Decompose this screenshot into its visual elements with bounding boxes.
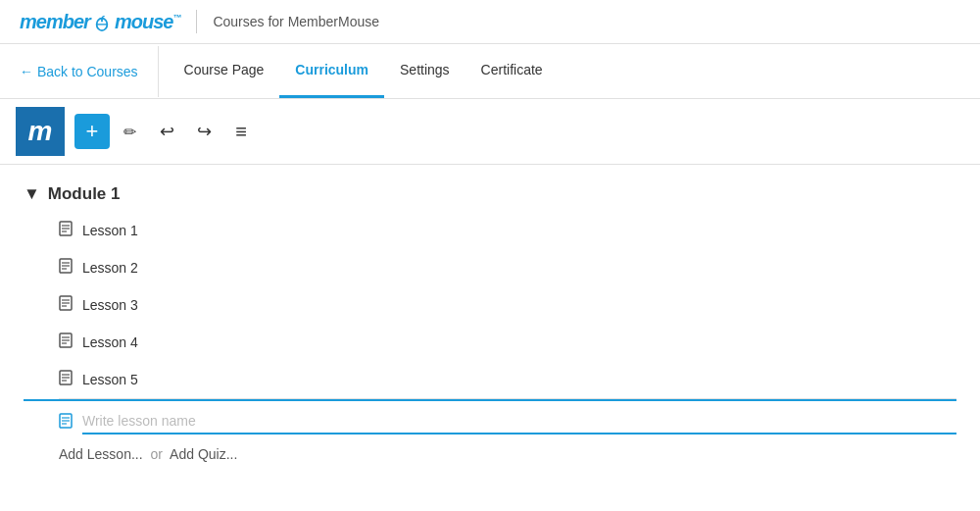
lesson-doc-icon — [59, 295, 73, 314]
list-item[interactable]: Lesson 1 — [59, 212, 956, 249]
module-collapse-arrow: ▼ — [24, 184, 40, 204]
content-area: ▼ Module 1 Lesson 1 — [0, 165, 980, 482]
svg-line-3 — [102, 16, 105, 18]
header: member mouse™ Courses for MemberMouse — [0, 0, 980, 44]
lesson-doc-icon — [59, 332, 73, 351]
lesson-name: Lesson 3 — [82, 297, 138, 313]
new-lesson-doc-icon — [59, 413, 73, 432]
logo: member mouse™ — [20, 12, 180, 31]
nav-bar: ← Back to Courses Course Page Curriculum… — [0, 44, 980, 99]
logo-text: member mouse™ — [20, 12, 180, 31]
redo-icon: ↪ — [197, 121, 212, 142]
list-item[interactable]: Lesson 3 — [59, 286, 956, 324]
add-lesson-link[interactable]: Add Lesson... — [59, 446, 143, 462]
list-item[interactable]: Lesson 2 — [59, 249, 956, 286]
or-separator: or — [151, 446, 163, 462]
pencil-icon: ✏ — [123, 123, 136, 141]
lesson-name: Lesson 4 — [82, 334, 138, 350]
redo-button[interactable]: ↪ — [186, 114, 221, 149]
logo-area: member mouse™ Courses for MemberMouse — [20, 10, 379, 33]
tab-curriculum[interactable]: Curriculum — [279, 44, 384, 98]
undo-icon: ↩ — [160, 121, 174, 142]
toolbar-logo-box: m — [16, 107, 65, 156]
add-button[interactable]: + — [74, 114, 110, 149]
tab-course-page[interactable]: Course Page — [169, 44, 280, 98]
back-to-courses-link[interactable]: ← Back to Courses — [20, 46, 159, 97]
add-quiz-link[interactable]: Add Quiz... — [170, 446, 237, 462]
lesson-doc-icon — [59, 221, 73, 239]
tab-settings[interactable]: Settings — [384, 44, 466, 98]
lesson-doc-icon — [59, 258, 73, 277]
courses-title: Courses for MemberMouse — [213, 14, 379, 29]
new-lesson-input[interactable] — [82, 409, 956, 434]
new-lesson-row — [24, 399, 956, 434]
lesson-list: Lesson 1 Lesson 2 — [24, 212, 956, 399]
lesson-name: Lesson 1 — [82, 223, 138, 238]
undo-button[interactable]: ↩ — [149, 114, 184, 149]
add-actions: Add Lesson... or Add Quiz... — [24, 434, 956, 462]
toolbar-logo-letter: m — [28, 116, 53, 147]
lesson-doc-icon — [59, 370, 73, 388]
module-title: Module 1 — [48, 184, 121, 204]
header-divider — [196, 10, 197, 33]
tab-certificate[interactable]: Certificate — [466, 44, 559, 98]
list-button[interactable]: ≡ — [223, 114, 259, 149]
lesson-name: Lesson 5 — [82, 372, 138, 387]
list-item[interactable]: Lesson 5 — [59, 361, 956, 399]
module-header[interactable]: ▼ Module 1 — [24, 184, 956, 204]
list-icon: ≡ — [235, 121, 247, 143]
trademark-symbol: ™ — [172, 13, 180, 23]
toolbar: m + ✏ ↩ ↪ ≡ — [0, 99, 980, 165]
mouse-icon — [95, 16, 109, 31]
list-item[interactable]: Lesson 4 — [59, 324, 956, 361]
edit-button[interactable]: ✏ — [112, 114, 147, 149]
lesson-name: Lesson 2 — [82, 260, 138, 276]
